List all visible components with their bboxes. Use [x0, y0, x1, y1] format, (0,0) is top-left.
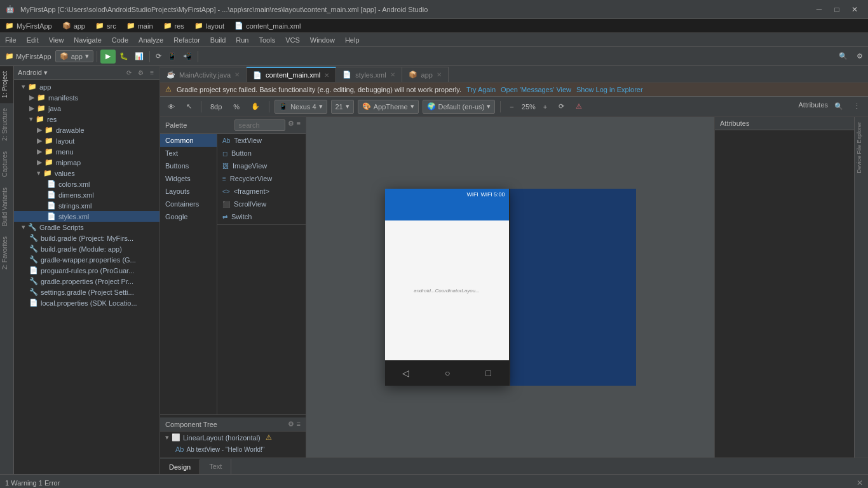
tab-text[interactable]: Text — [200, 459, 231, 474]
tree-gradle-properties[interactable]: 🔧 gradle.properties (Project Pr... — [14, 276, 159, 287]
vtab-favorites[interactable]: 2: Favorites — [0, 231, 13, 274]
palette-list-btn[interactable]: ≡ — [297, 119, 301, 131]
palette-widget-fragment[interactable]: <> <fragment> — [217, 185, 306, 198]
minimize-button[interactable]: ─ — [811, 3, 827, 16]
palette-widget-scrollview[interactable]: ⬛ ScrollView — [217, 198, 306, 210]
settings-button[interactable]: ⚙ — [854, 50, 865, 64]
palette-search-input[interactable] — [234, 119, 285, 131]
search-button[interactable]: 🔍 — [836, 50, 850, 64]
menu-code[interactable]: Code — [107, 33, 133, 47]
debug-button[interactable]: 🐛 — [117, 50, 131, 64]
error-button[interactable]: ⚠ — [572, 101, 586, 112]
tree-dimens[interactable]: 📄 dimens.xml — [14, 189, 159, 200]
nav-recent-button[interactable]: □ — [485, 368, 491, 378]
breadcrumb-module[interactable]: 📦 app — [57, 19, 90, 33]
show-log-link[interactable]: Show Log in Explorer — [576, 86, 643, 93]
menu-tools[interactable]: Tools — [254, 33, 280, 47]
panel-settings-btn[interactable]: ≡ — [148, 69, 156, 76]
spacing-button[interactable]: 8dp — [207, 102, 226, 112]
close-button[interactable]: ✕ — [846, 3, 863, 16]
tree-app[interactable]: ▾ 📁 app — [14, 81, 159, 92]
tab-close-icon[interactable]: ✕ — [390, 71, 395, 78]
maximize-button[interactable]: □ — [829, 3, 845, 16]
tree-strings[interactable]: 📄 strings.xml — [14, 200, 159, 211]
vtab-build-variants[interactable]: Build Variants — [0, 182, 13, 231]
ct-list-btn[interactable]: ≡ — [297, 420, 301, 428]
tree-gradle-scripts[interactable]: ▾ 🔧 Gradle Scripts — [14, 222, 159, 233]
percent-button[interactable]: % — [229, 102, 243, 112]
vtab-captures[interactable]: Captures — [0, 146, 13, 182]
tree-layout[interactable]: ▶ 📁 layout — [14, 135, 159, 146]
tree-java[interactable]: ▶ 📁 java — [14, 103, 159, 114]
tree-drawable[interactable]: ▶ 📁 drawable — [14, 125, 159, 135]
palette-cat-text[interactable]: Text — [160, 147, 217, 159]
refresh-button[interactable]: ⟳ — [555, 101, 568, 112]
tree-build-gradle-app[interactable]: 🔧 build.gradle (Module: app) — [14, 243, 159, 254]
tree-res[interactable]: ▾ 📁 res — [14, 114, 159, 125]
zoom-out-button[interactable]: − — [506, 102, 517, 112]
nav-back-button[interactable]: ◁ — [402, 368, 409, 378]
palette-widget-imageview[interactable]: 🖼 ImageView — [217, 159, 306, 172]
tab-styles[interactable]: 📄 styles.xml ✕ — [336, 67, 402, 82]
palette-cat-layouts[interactable]: Layouts — [160, 185, 217, 198]
pan-button[interactable]: ✋ — [247, 101, 264, 112]
tree-values[interactable]: ▾ 📁 values — [14, 168, 159, 179]
api-dropdown[interactable]: 21 ▾ — [331, 100, 354, 114]
profile-button[interactable]: 📊 — [132, 50, 146, 64]
tab-app[interactable]: 📦 app ✕ — [402, 67, 449, 82]
run-button[interactable]: ▶ — [100, 50, 116, 64]
menu-help[interactable]: Help — [340, 33, 365, 47]
breadcrumb-project[interactable]: 📁 MyFirstApp — [0, 19, 57, 33]
menu-window[interactable]: Window — [305, 33, 340, 47]
tab-close-icon[interactable]: ✕ — [234, 71, 240, 78]
vtab-project[interactable]: 1: Project — [0, 66, 13, 103]
tree-mipmap[interactable]: ▶ 📁 mipmap — [14, 157, 159, 168]
palette-cat-buttons[interactable]: Buttons — [160, 159, 217, 172]
open-messages-link[interactable]: Open 'Messages' View — [501, 86, 571, 93]
breadcrumb-main[interactable]: 📁 main — [121, 19, 158, 33]
breadcrumb-src[interactable]: 📁 src — [90, 19, 121, 33]
nav-home-button[interactable]: ○ — [445, 368, 450, 378]
palette-widget-button[interactable]: ◻ Button — [217, 147, 306, 159]
sdk-manager-button[interactable]: 📱 — [165, 50, 179, 64]
palette-cat-widgets[interactable]: Widgets — [160, 172, 217, 185]
panel-gear-btn[interactable]: ⚙ — [136, 69, 146, 76]
tree-gradle-wrapper[interactable]: 🔧 gradle-wrapper.properties (G... — [14, 254, 159, 265]
more-attr-button[interactable]: ⋮ — [850, 101, 864, 112]
window-controls[interactable]: ─ □ ✕ — [811, 3, 863, 16]
tree-settings-gradle[interactable]: 🔧 settings.gradle (Project Setti... — [14, 287, 159, 297]
try-again-link[interactable]: Try Again — [466, 86, 496, 93]
theme-dropdown[interactable]: 🎨 AppTheme ▾ — [358, 100, 419, 114]
panel-sync-btn[interactable]: ⟳ — [125, 69, 133, 76]
palette-widget-textview[interactable]: Ab TextView — [217, 134, 306, 147]
ct-root-item[interactable]: ▾ ⬜ LinearLayout (horizontal) ⚠ — [160, 431, 306, 444]
tree-styles[interactable]: 📄 styles.xml — [14, 211, 159, 222]
ct-child-item[interactable]: Ab Ab textView - "Hello World!" — [160, 444, 306, 455]
vtab-structure[interactable]: 2: Structure — [0, 103, 13, 146]
tab-main-activity[interactable]: ☕ MainActivity.java ✕ — [160, 67, 247, 82]
palette-widget-recyclerview[interactable]: ≡ RecyclerView — [217, 172, 306, 185]
tree-menu[interactable]: ▶ 📁 menu — [14, 146, 159, 157]
breadcrumb-layout[interactable]: 📁 layout — [189, 19, 229, 33]
menu-analyze[interactable]: Analyze — [133, 33, 168, 47]
menu-file[interactable]: File — [0, 33, 22, 47]
tree-build-gradle-project[interactable]: 🔧 build.gradle (Project: MyFirs... — [14, 233, 159, 243]
vtab-device-file-explorer[interactable]: Device File Explorer — [855, 117, 868, 179]
palette-gear-btn[interactable]: ⚙ — [288, 119, 294, 131]
tab-close-icon[interactable]: ✕ — [437, 71, 442, 78]
menu-edit[interactable]: Edit — [22, 33, 44, 47]
eye-button[interactable]: 👁 — [164, 102, 179, 112]
menu-navigate[interactable]: Navigate — [69, 33, 106, 47]
palette-widget-switch[interactable]: ⇄ Switch — [217, 210, 306, 223]
menu-build[interactable]: Build — [205, 33, 231, 47]
zoom-in-button[interactable]: + — [539, 102, 551, 112]
palette-cat-containers[interactable]: Containers — [160, 198, 217, 210]
menu-refactor[interactable]: Refactor — [168, 33, 205, 47]
module-dropdown[interactable]: 📦 app ▾ — [55, 50, 93, 62]
canvas-area[interactable]: WiFi WiFi 5:00 android...CoordinatorLayo… — [306, 117, 714, 458]
tree-colors[interactable]: 📄 colors.xml — [14, 179, 159, 189]
search-attr-button[interactable]: 🔍 — [831, 101, 847, 112]
menu-vcs[interactable]: VCS — [280, 33, 305, 47]
avd-manager-button[interactable]: 📲 — [180, 50, 194, 64]
tree-manifests[interactable]: ▶ 📁 manifests — [14, 92, 159, 103]
